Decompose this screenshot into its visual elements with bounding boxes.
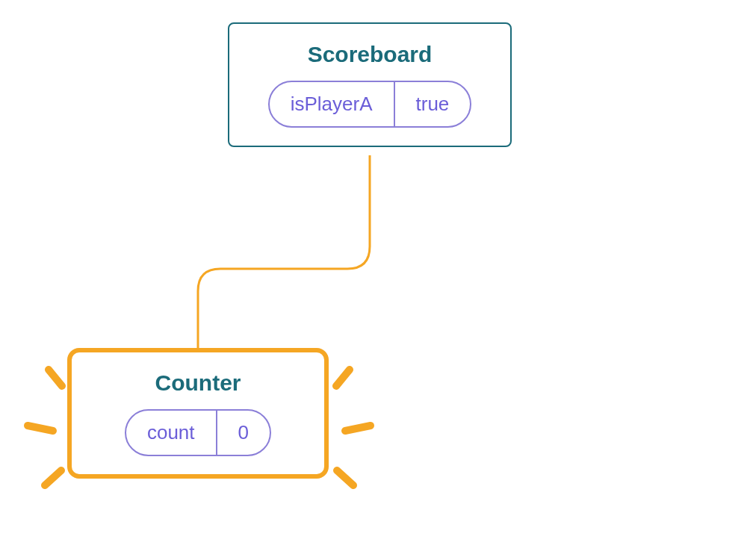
state-value: true bbox=[394, 82, 471, 126]
state-value: 0 bbox=[216, 411, 270, 455]
svg-line-4 bbox=[345, 426, 371, 431]
highlight-burst-left bbox=[11, 355, 71, 519]
state-key: isPlayerA bbox=[270, 82, 394, 126]
counter-node: Counter count 0 bbox=[67, 348, 329, 479]
state-key: count bbox=[126, 411, 216, 455]
scoreboard-node: Scoreboard isPlayerA true bbox=[228, 22, 512, 147]
counter-title: Counter bbox=[155, 370, 241, 396]
svg-line-2 bbox=[45, 470, 61, 485]
highlight-burst-right bbox=[327, 355, 387, 519]
svg-line-1 bbox=[28, 426, 53, 431]
scoreboard-state-pill: isPlayerA true bbox=[268, 81, 472, 128]
svg-line-0 bbox=[49, 370, 62, 386]
counter-state-pill: count 0 bbox=[125, 409, 271, 456]
svg-line-3 bbox=[336, 370, 350, 386]
scoreboard-title: Scoreboard bbox=[308, 42, 433, 67]
svg-line-5 bbox=[337, 470, 353, 485]
